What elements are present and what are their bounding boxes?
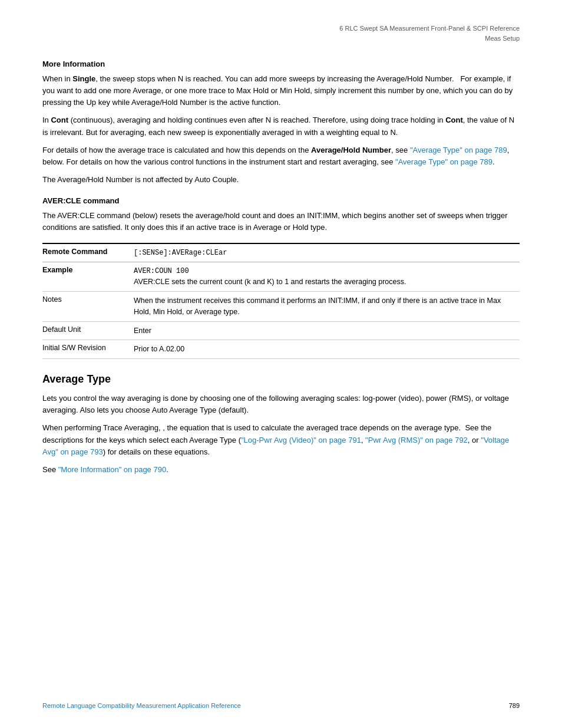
cont-bold: Cont	[51, 116, 68, 124]
col-label-sw-revision: Initial S/W Revision	[42, 344, 134, 355]
col-label-notes: Notes	[42, 295, 134, 318]
more-info-para1: When in Single, the sweep stops when N i…	[42, 73, 520, 108]
avg-type-link2[interactable]: "Average Type" on page 789	[395, 157, 492, 166]
log-pwr-link[interactable]: "Log-Pwr Avg (Video)" on page 791	[241, 436, 361, 444]
more-info-para4: The Average/Hold Number is not affected …	[42, 174, 520, 186]
table-row: Notes When the instrument receives this …	[42, 292, 520, 322]
header-line1: 6 RLC Swept SA Measurement Front-Panel &…	[339, 25, 520, 32]
header-line2: Meas Setup	[485, 35, 520, 42]
single-bold: Single	[72, 74, 95, 83]
more-info-link[interactable]: "More Information" on page 790	[58, 465, 166, 474]
page-footer: Remote Language Compatibility Measuremen…	[0, 702, 562, 709]
cont-bold2: Cont	[445, 116, 463, 124]
more-info-para3: For details of how the average trace is …	[42, 144, 520, 168]
col-value-notes: When the instrument receives this comman…	[134, 295, 520, 318]
table-row: Example AVER:COUN 100 AVER:CLE sets the …	[42, 262, 520, 292]
average-type-para3: See "More Information" on page 790.	[42, 464, 520, 476]
col-value-remote: [:SENSe]:AVERage:CLEar	[134, 248, 520, 258]
col-label-example: Example	[42, 266, 134, 288]
footer-right: 789	[509, 702, 520, 709]
avg-type-link1[interactable]: "Average Type" on page 789	[410, 146, 507, 154]
average-type-section: Average Type Lets you control the way av…	[42, 373, 520, 476]
average-type-para1: Lets you control the way averaging is do…	[42, 393, 520, 416]
col-label-remote: Remote Command	[42, 248, 134, 258]
example-line2: AVER:CLE sets the current count (k and K…	[134, 276, 520, 288]
table-row: Remote Command [:SENSe]:AVERage:CLEar	[42, 244, 520, 262]
col-value-example: AVER:COUN 100 AVER:CLE sets the current …	[134, 266, 520, 288]
more-information-section: More Information When in Single, the swe…	[42, 60, 520, 186]
footer-left: Remote Language Compatibility Measuremen…	[42, 702, 241, 709]
table-row: Initial S/W Revision Prior to A.02.00	[42, 340, 520, 359]
col-value-sw-revision: Prior to A.02.00	[134, 344, 520, 355]
col-value-default-unit: Enter	[134, 325, 520, 337]
more-information-heading: More Information	[42, 60, 520, 68]
average-type-para2: When performing Trace Averaging, , the e…	[42, 422, 520, 457]
aver-cle-para: The AVER:CLE command (below) resets the …	[42, 210, 520, 233]
aver-cle-heading: AVER:CLE command	[42, 196, 520, 205]
page-header: 6 RLC Swept SA Measurement Front-Panel &…	[42, 24, 520, 43]
average-type-heading: Average Type	[42, 373, 520, 386]
aver-cle-section: AVER:CLE command The AVER:CLE command (b…	[42, 196, 520, 359]
avg-hold-bold: Average/Hold Number	[311, 146, 391, 154]
aver-cle-table: Remote Command [:SENSe]:AVERage:CLEar Ex…	[42, 243, 520, 359]
more-info-para2: In Cont (continuous), averaging and hold…	[42, 114, 520, 138]
example-line1: AVER:COUN 100	[134, 266, 520, 276]
table-row: Default Unit Enter	[42, 322, 520, 341]
col-label-default-unit: Default Unit	[42, 325, 134, 337]
pwr-avg-link[interactable]: "Pwr Avg (RMS)" on page 792	[365, 436, 468, 444]
